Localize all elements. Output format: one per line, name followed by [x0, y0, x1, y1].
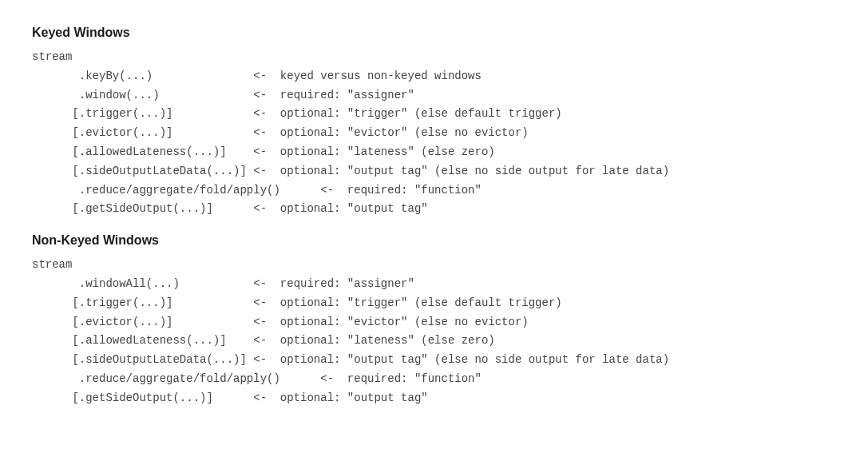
keyed-windows-heading: Keyed Windows — [32, 26, 836, 40]
non-keyed-windows-heading: Non-Keyed Windows — [32, 233, 836, 248]
keyed-windows-code-block: stream .keyBy(...) <- keyed versus non-k… — [32, 48, 836, 219]
non-keyed-windows-code-block: stream .windowAll(...) <- required: "ass… — [32, 256, 836, 407]
